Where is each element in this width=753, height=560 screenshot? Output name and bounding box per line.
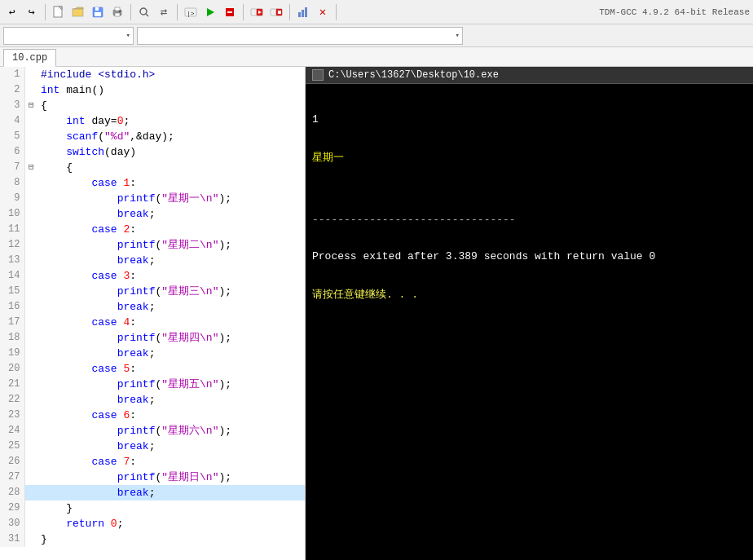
table-row: 7⊟ { (0, 160, 305, 175)
line-number: 5 (0, 129, 24, 144)
table-row: 13 break; (0, 253, 305, 268)
code-cell[interactable]: break; (37, 253, 305, 268)
line-number: 25 (0, 439, 24, 454)
line-number: 4 (0, 113, 24, 129)
second-dropdown[interactable] (137, 27, 463, 45)
stop-icon[interactable] (221, 3, 239, 21)
code-cell[interactable]: case 6: (37, 408, 305, 423)
code-cell[interactable]: printf("星期二\n"); (37, 237, 305, 253)
fold-marker (24, 299, 37, 315)
table-row: 28 break; (0, 485, 305, 500)
code-cell[interactable]: break; (37, 392, 305, 408)
code-cell[interactable]: break; (37, 206, 305, 222)
code-cell[interactable]: case 1: (37, 175, 305, 191)
replace-icon[interactable]: ⇄ (155, 3, 173, 21)
line-number: 10 (0, 206, 24, 222)
toolbar-separator-1 (45, 4, 46, 20)
code-cell[interactable]: } (37, 531, 305, 547)
code-cell[interactable]: printf("星期四\n"); (37, 330, 305, 346)
code-cell[interactable]: int main() (37, 82, 305, 98)
table-row: 10 break; (0, 206, 305, 222)
table-row: 9 printf("星期一\n"); (0, 191, 305, 206)
table-row: 23 case 6: (0, 408, 305, 423)
code-cell[interactable]: break; (37, 485, 305, 500)
code-cell[interactable]: #include <stdio.h> (37, 67, 305, 82)
print-icon[interactable] (108, 3, 126, 21)
code-cell[interactable]: switch(day) (37, 144, 305, 160)
top-toolbar: ↩ ↪ ⇄ |> ✕ TDM-GCC 4.9.2 64-bit Release (0, 0, 753, 24)
svg-rect-5 (95, 12, 101, 16)
fold-marker (24, 175, 37, 191)
tab-bar: 10.cpp (0, 47, 753, 67)
code-cell[interactable]: return 0; (37, 516, 305, 531)
code-cell[interactable]: break; (37, 346, 305, 361)
terminal-pane[interactable]: C:\Users\13627\Desktop\10.exe 1 星期一 ----… (306, 67, 753, 560)
debug-run-icon[interactable] (248, 3, 266, 21)
fold-marker (24, 113, 37, 129)
first-dropdown[interactable] (3, 27, 134, 45)
find-icon[interactable] (135, 3, 153, 21)
table-row: 15 printf("星期三\n"); (0, 284, 305, 299)
table-row: 17 case 4: (0, 315, 305, 330)
code-cell[interactable]: case 4: (37, 315, 305, 330)
fold-marker (24, 284, 37, 299)
line-number: 30 (0, 516, 24, 531)
run-icon[interactable] (201, 3, 219, 21)
svg-rect-25 (305, 7, 307, 17)
code-cell[interactable]: printf("星期五\n"); (37, 377, 305, 392)
table-row: 14 case 3: (0, 268, 305, 284)
code-cell[interactable]: case 3: (37, 268, 305, 284)
ide-version-label: TDM-GCC 4.9.2 64-bit Release (599, 7, 750, 17)
fold-marker (24, 531, 37, 547)
fold-marker (24, 500, 37, 516)
terminal-title: C:\Users\13627\Desktop\10.exe (328, 69, 499, 81)
code-cell[interactable]: printf("星期日\n"); (37, 470, 305, 485)
debug-stop-icon[interactable] (267, 3, 285, 21)
new-icon[interactable] (50, 3, 68, 21)
code-cell[interactable]: case 7: (37, 454, 305, 470)
code-cell[interactable]: int day=0; (37, 113, 305, 129)
fold-marker (24, 516, 37, 531)
line-number: 13 (0, 253, 24, 268)
code-cell[interactable]: printf("星期六\n"); (37, 423, 305, 439)
code-cell[interactable]: printf("星期一\n"); (37, 191, 305, 206)
table-row: 24 printf("星期六\n"); (0, 423, 305, 439)
line-number: 22 (0, 392, 24, 408)
bar-chart-icon[interactable] (294, 3, 312, 21)
save-icon[interactable] (89, 3, 107, 21)
editor-pane[interactable]: 1#include <stdio.h>2int main()3⊟{4 int d… (0, 67, 306, 560)
fold-marker[interactable]: ⊟ (24, 160, 37, 175)
table-row: 5 scanf("%d",&day); (0, 129, 305, 144)
line-number: 2 (0, 82, 24, 98)
line-number: 9 (0, 191, 24, 206)
line-number: 24 (0, 423, 24, 439)
table-row: 8 case 1: (0, 175, 305, 191)
line-number: 12 (0, 237, 24, 253)
line-number: 14 (0, 268, 24, 284)
code-cell[interactable]: break; (37, 439, 305, 454)
table-row: 18 printf("星期四\n"); (0, 330, 305, 346)
undo-icon[interactable]: ↩ (3, 3, 21, 21)
redo-icon[interactable]: ↪ (23, 3, 41, 21)
code-cell[interactable]: { (37, 160, 305, 175)
open-icon[interactable] (69, 3, 87, 21)
code-cell[interactable]: printf("星期三\n"); (37, 284, 305, 299)
fold-marker[interactable]: ⊟ (24, 98, 37, 113)
fold-marker (24, 485, 37, 500)
code-cell[interactable]: } (37, 500, 305, 516)
tab-10cpp[interactable]: 10.cpp (3, 49, 56, 67)
code-cell[interactable]: case 2: (37, 222, 305, 237)
svg-marker-14 (207, 8, 214, 16)
compile-icon[interactable]: |> (182, 3, 200, 21)
line-number: 26 (0, 454, 24, 470)
terminal-content: 1 星期一 -------------------------------- P… (306, 84, 753, 331)
red-x-icon[interactable]: ✕ (314, 3, 332, 21)
code-cell[interactable]: case 5: (37, 361, 305, 377)
line-number: 11 (0, 222, 24, 237)
code-cell[interactable]: scanf("%d",&day); (37, 129, 305, 144)
code-cell[interactable]: break; (37, 299, 305, 315)
code-cell[interactable]: { (37, 98, 305, 113)
fold-marker (24, 315, 37, 330)
fold-marker (24, 408, 37, 423)
terminal-output-1: 1 (312, 113, 746, 126)
